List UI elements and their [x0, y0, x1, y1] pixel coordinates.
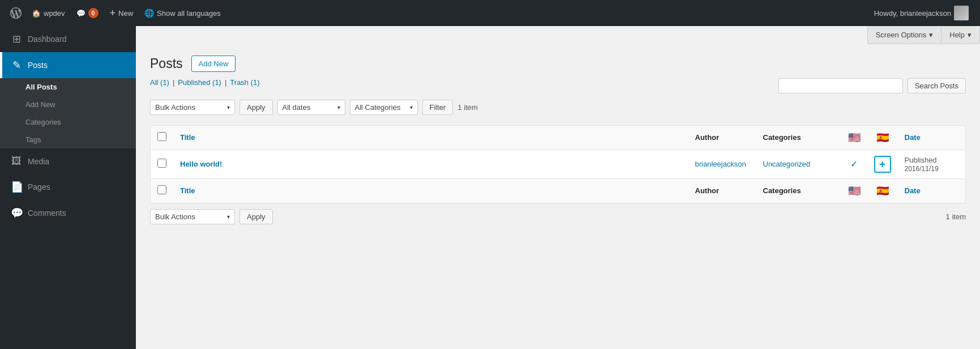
subsubsub-trash-link[interactable]: Trash (1) [230, 78, 259, 87]
col-header-date: Date [898, 125, 966, 150]
add-translation-button[interactable]: + [874, 156, 891, 173]
subsubsub-published: Published (1) [178, 78, 221, 87]
screen-options-button[interactable]: Screen Options ▾ [867, 26, 942, 44]
comments-icon: 💬 [11, 207, 22, 219]
date-col-link-bottom[interactable]: Date [905, 186, 921, 195]
sidebar-item-dashboard[interactable]: ⊞ Dashboard [0, 26, 136, 52]
filters-row-top: Bulk Actions ▾ Apply All dates ▾ All Cat… [150, 100, 478, 115]
bulk-actions-dropdown-bottom[interactable]: Bulk Actions ▾ [150, 209, 235, 224]
sidebar-subitem-all-posts[interactable]: All Posts [0, 78, 136, 96]
sidebar-item-media[interactable]: 🖼 Media [0, 148, 136, 174]
date-filter-dropdown[interactable]: All dates ▾ [277, 100, 345, 115]
screen-options-arrow-icon: ▾ [929, 31, 933, 39]
sidebar-item-label: Comments [28, 208, 66, 218]
select-all-checkbox[interactable] [157, 132, 166, 141]
category-link[interactable]: Uncategorized [763, 160, 811, 168]
category-filter-arrow-icon: ▾ [410, 104, 413, 110]
bulk-actions-dropdown[interactable]: Bulk Actions ▾ [150, 100, 235, 115]
sidebar-item-posts[interactable]: ✎ Posts [0, 52, 136, 78]
help-arrow-icon: ▾ [968, 31, 972, 39]
subsubsub-all-link[interactable]: All (1) [150, 78, 169, 87]
media-icon: 🖼 [11, 155, 22, 167]
author-link[interactable]: brianleejackson [695, 160, 746, 168]
language-label: Show all languages [157, 9, 221, 18]
help-label: Help [949, 31, 965, 39]
row-lang1: ✓ [841, 150, 867, 178]
date-value: 2016/11/19 [905, 165, 939, 173]
lang2-flag-icon: 🇪🇸 [876, 132, 889, 143]
search-posts-button[interactable]: Search Posts [908, 78, 966, 93]
bulk-actions-arrow-icon: ▾ [227, 104, 230, 110]
wp-logo[interactable] [6, 0, 26, 26]
col-footer-date: Date [898, 178, 966, 203]
row-checkbox[interactable] [157, 159, 166, 168]
add-new-button[interactable]: Add New [191, 56, 236, 72]
apply-button-bottom[interactable]: Apply [239, 209, 273, 224]
title-col-link[interactable]: Title [180, 133, 195, 142]
row-cb [151, 150, 174, 178]
search-input[interactable] [778, 78, 903, 93]
sidebar-subitem-tags[interactable]: Tags [0, 131, 136, 148]
bulk-actions-label-bottom: Bulk Actions [155, 212, 195, 221]
categories-col-label: Categories [763, 133, 801, 142]
author-col-label: Author [695, 133, 720, 142]
author-col-label-bottom: Author [695, 186, 720, 195]
col-header-cb [151, 125, 174, 150]
select-all-checkbox-bottom[interactable] [157, 185, 166, 194]
language-item[interactable]: 🌐 Show all languages [139, 0, 226, 26]
language-icon: 🌐 [144, 8, 154, 18]
categories-label: Categories [25, 118, 61, 126]
posts-table: Title Author Categories 🇺🇸 🇪🇸 [150, 125, 966, 203]
col-header-title: Title [173, 125, 688, 150]
categories-col-label-bottom: Categories [763, 186, 801, 195]
item-count-bottom: 1 item [946, 212, 966, 221]
filters-left: Bulk Actions ▾ Apply All dates ▾ All Cat… [150, 100, 453, 115]
date-filter-arrow-icon: ▾ [337, 104, 340, 110]
col-header-lang1: 🇺🇸 [841, 125, 867, 150]
page-header: Posts Add New [136, 44, 980, 78]
col-header-lang2: 🇪🇸 [867, 125, 898, 150]
site-name-item[interactable]: 🏠 wpdev [26, 0, 71, 26]
sidebar-item-pages[interactable]: 📄 Pages [0, 174, 136, 200]
sidebar-item-comments[interactable]: 💬 Comments [0, 200, 136, 226]
top-area: All (1) | Published (1) | Trash (1) [150, 78, 966, 121]
sidebar-item-label: Media [28, 157, 49, 166]
table-row: Hello world! brianleejackson Uncategoriz… [151, 150, 966, 178]
screen-options-bar: Screen Options ▾ Help ▾ [136, 26, 980, 44]
top-area-left: All (1) | Published (1) | Trash (1) [150, 78, 478, 121]
row-date: Published 2016/11/19 [898, 150, 966, 178]
search-bar: Search Posts [778, 78, 966, 93]
subsubsub-sep1: | [173, 78, 174, 87]
bulk-actions-label: Bulk Actions [155, 103, 195, 112]
sidebar-subitem-add-new[interactable]: Add New [0, 96, 136, 113]
col-header-categories: Categories [756, 125, 841, 150]
bulk-actions-arrow-icon-bottom: ▾ [227, 214, 230, 220]
table-footer-row: Title Author Categories 🇺🇸 🇪🇸 [151, 178, 966, 203]
row-lang2: + [867, 150, 898, 178]
howdy-item[interactable]: Howdy, brianleejackson [868, 6, 974, 20]
comment-icon: 💬 [76, 9, 85, 18]
date-status: Published [905, 156, 937, 164]
content-body: All (1) | Published (1) | Trash (1) [136, 78, 980, 244]
date-col-link[interactable]: Date [905, 133, 921, 142]
apply-button-top[interactable]: Apply [239, 100, 273, 115]
screen-options-label: Screen Options [876, 31, 927, 39]
add-new-label: Add New [25, 100, 55, 109]
post-title-link[interactable]: Hello world! [180, 160, 222, 168]
item-count-top: 1 item [457, 103, 477, 112]
title-col-link-bottom[interactable]: Title [180, 186, 195, 195]
comments-item[interactable]: 💬 0 [71, 0, 104, 26]
col-footer-author: Author [688, 178, 756, 203]
sidebar-subitem-categories[interactable]: Categories [0, 113, 136, 131]
row-title: Hello world! [173, 150, 688, 178]
row-author: brianleejackson [688, 150, 756, 178]
col-footer-title: Title [173, 178, 688, 203]
howdy-text: Howdy, brianleejackson [874, 9, 951, 18]
subsubsub-published-link[interactable]: Published (1) [178, 78, 221, 87]
lang1-flag-icon-bottom: 🇺🇸 [848, 185, 861, 197]
posts-icon: ✎ [11, 59, 22, 71]
help-button[interactable]: Help ▾ [941, 26, 980, 44]
filter-button[interactable]: Filter [422, 100, 453, 115]
new-item[interactable]: + New [104, 0, 139, 26]
category-filter-dropdown[interactable]: All Categories ▾ [350, 100, 418, 115]
